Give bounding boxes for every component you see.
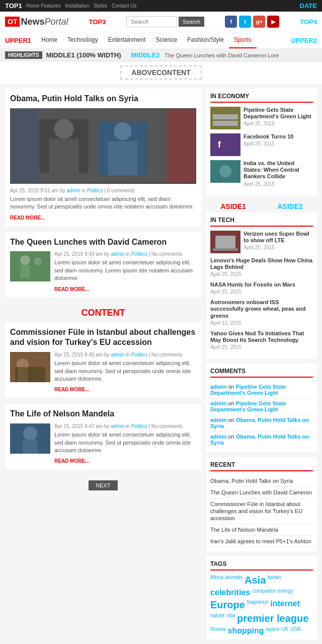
- ticker-bar: HIGHLIGHTS MIDDLE1 (100% width) MIDDLE2 …: [0, 49, 322, 61]
- googleplus-icon[interactable]: g+: [253, 16, 265, 28]
- facebook-icon[interactable]: f: [225, 16, 237, 28]
- economy-article-2-title[interactable]: Facebook Turns 10: [244, 133, 313, 140]
- nav-item-technology[interactable]: Technology: [62, 32, 103, 48]
- tag-asia[interactable]: Asia: [245, 575, 266, 586]
- tech-article-5-title[interactable]: Yahoo Gives Nod To Initiatives That May …: [210, 330, 313, 343]
- article-obama: Obama, Putin Hold Talks on Syria Apr 25,…: [5, 89, 201, 226]
- comment-1-author[interactable]: admin: [210, 384, 226, 390]
- svg-point-20: [23, 426, 37, 441]
- economy-article-3-title[interactable]: India vs. the United States: When Centra…: [244, 160, 313, 180]
- ticker-text: The Queen Lunches with David Cameron Lor…: [165, 52, 279, 58]
- article-queen-text: Lorem ipsum dolor sit amet consectetuer …: [54, 259, 196, 282]
- article-mandela-image: [10, 423, 50, 454]
- svg-rect-23: [213, 114, 238, 119]
- article-mandela-category[interactable]: Politics: [131, 423, 147, 429]
- tag-animals[interactable]: animals: [225, 575, 243, 586]
- tag-books[interactable]: books: [268, 575, 281, 586]
- comment-4-author[interactable]: admin: [210, 434, 226, 440]
- svg-text:f: f: [218, 139, 221, 150]
- recent-list: Obama, Putin Hold Talks on Syria The Que…: [210, 475, 313, 547]
- tag-space[interactable]: space: [266, 626, 280, 635]
- article-obama-readmore[interactable]: READ MORE...: [10, 215, 45, 221]
- economy-title: IN ECONOMY: [210, 93, 313, 103]
- tech-article-4-title[interactable]: Astronomers onboard ISS successfully gro…: [210, 299, 313, 319]
- topbar-menu-item[interactable]: Installation: [65, 3, 89, 9]
- tech-article-2-title[interactable]: Lenovo's Huge Deals Show How China Lags …: [210, 257, 313, 270]
- article-mandela: The Life of Nelson Mandela Apr 25, 2015 …: [5, 404, 201, 469]
- tag-computers[interactable]: computers: [252, 588, 276, 597]
- youtube-icon[interactable]: ▶: [267, 16, 279, 28]
- article-obama-category[interactable]: Politics: [87, 188, 103, 193]
- next-button[interactable]: NEXT: [89, 480, 117, 490]
- tech-article-3-info: NASA Hunts for Fossils on Mars April 25,…: [210, 281, 313, 295]
- tag-premier-league[interactable]: premier league: [237, 613, 308, 624]
- article-mandela-readmore[interactable]: READ MORE...: [54, 458, 89, 464]
- tag-uk[interactable]: UK: [281, 626, 288, 635]
- nav-item-sports[interactable]: Sports: [229, 32, 257, 48]
- economy-section: IN ECONOMY Pipeline Gets State Departmen…: [206, 89, 317, 195]
- tag-celebrities[interactable]: celebrities: [210, 588, 250, 597]
- article-queen-image: [10, 251, 50, 281]
- tag-nba[interactable]: nba: [226, 613, 235, 624]
- nav-item-entertainment[interactable]: Entertainment: [103, 32, 151, 48]
- article-turkey-author[interactable]: admin: [111, 352, 124, 357]
- tag-energy[interactable]: energy: [278, 588, 293, 597]
- tag-internet[interactable]: internet: [270, 599, 300, 611]
- abovecontent-label: ABOVECONTENT: [120, 65, 201, 80]
- tech-article-3-title[interactable]: NASA Hunts for Fossils on Mars: [210, 281, 313, 288]
- topbar-menu-item[interactable]: Contact Us: [112, 3, 136, 9]
- svg-point-2: [54, 119, 74, 138]
- above-content-banner: ABOVECONTENT: [0, 61, 322, 84]
- article-obama-author[interactable]: admin: [66, 188, 80, 193]
- topbar-menu: Home Features Installation Styles Contac…: [26, 3, 140, 9]
- article-turkey-readmore[interactable]: READ MORE...: [54, 387, 89, 392]
- search-button[interactable]: Search: [179, 17, 204, 27]
- economy-article-2-image: f: [210, 133, 240, 156]
- nav-item-fashion[interactable]: Fashion/Style: [182, 32, 229, 48]
- tag-russia[interactable]: Russia: [210, 626, 226, 635]
- tag-europe[interactable]: Europe: [210, 599, 245, 611]
- content-area: Obama, Putin Hold Talks on Syria Apr 25,…: [5, 89, 201, 644]
- article-turkey-category[interactable]: Politics: [131, 352, 147, 357]
- tech-article-1-title[interactable]: Verizon uses Super Bowl to show off LTE: [244, 231, 313, 244]
- logo-ot: OT: [5, 17, 20, 27]
- nav-item-home[interactable]: Home: [36, 32, 62, 48]
- economy-article-2-date: April 25, 2015: [244, 141, 275, 147]
- economy-article-1-image: [210, 107, 240, 129]
- recent-item-5-link[interactable]: Iran's Jalili agrees to meet P5+1's Asht…: [210, 538, 311, 544]
- tag-nature[interactable]: nature: [210, 613, 224, 624]
- article-queen-author[interactable]: admin: [111, 251, 124, 257]
- recent-item-1-link[interactable]: Obama, Putin Hold Talks on Syria: [210, 478, 293, 484]
- article-queen-category[interactable]: Politics: [131, 251, 147, 257]
- tech-article-3-date: April 25, 2015: [210, 289, 242, 295]
- svg-point-28: [219, 165, 231, 177]
- svg-rect-18: [30, 370, 38, 382]
- header: OT NewsPortal TOP3 Search f t g+ ▶ TOP4: [0, 12, 322, 32]
- tag-africa[interactable]: Africa: [210, 575, 223, 586]
- search-input[interactable]: [126, 16, 177, 27]
- comment-2-author[interactable]: admin: [210, 400, 226, 406]
- economy-article-1-title[interactable]: Pipeline Gets State Department's Green L…: [244, 107, 313, 120]
- tag-shopping[interactable]: shopping: [228, 626, 264, 635]
- article-mandela-meta: Apr 25, 2015 9:47 am by admin in Politic…: [54, 423, 196, 429]
- comment-3-author[interactable]: admin: [210, 417, 226, 423]
- economy-article-1-date: April 25, 2015: [244, 121, 275, 126]
- main-nav: UPPER1 Home Technology Entertainment Sci…: [0, 32, 322, 49]
- comments-section: COMMENTS admin on Pipeline Gets State De…: [206, 364, 317, 452]
- article-queen-readmore[interactable]: READ MORE...: [54, 287, 89, 292]
- tag-fragrance[interactable]: fragrance: [247, 599, 268, 611]
- recent-item-4-link[interactable]: The Life of Nelson Mandela: [210, 527, 278, 533]
- economy-article-3: India vs. the United States: When Centra…: [210, 160, 313, 187]
- tech-article-5: Yahoo Gives Nod To Initiatives That May …: [210, 330, 313, 350]
- twitter-icon[interactable]: t: [239, 16, 251, 28]
- main-wrapper: Obama, Putin Hold Talks on Syria Apr 25,…: [0, 84, 322, 644]
- tag-usa[interactable]: USA: [290, 626, 301, 635]
- recent-item-2-link[interactable]: The Queen Lunches with David Cameron: [210, 489, 312, 495]
- svg-rect-17: [18, 367, 28, 382]
- recent-item-3-link[interactable]: Commissioner Füle in Istanbul about chal…: [210, 501, 302, 521]
- pagination: NEXT: [5, 475, 201, 495]
- nav-item-science[interactable]: Science: [150, 32, 182, 48]
- topbar-menu-item[interactable]: Home Features: [26, 3, 61, 9]
- topbar-menu-item[interactable]: Styles: [94, 3, 107, 9]
- article-mandela-author[interactable]: admin: [111, 423, 124, 429]
